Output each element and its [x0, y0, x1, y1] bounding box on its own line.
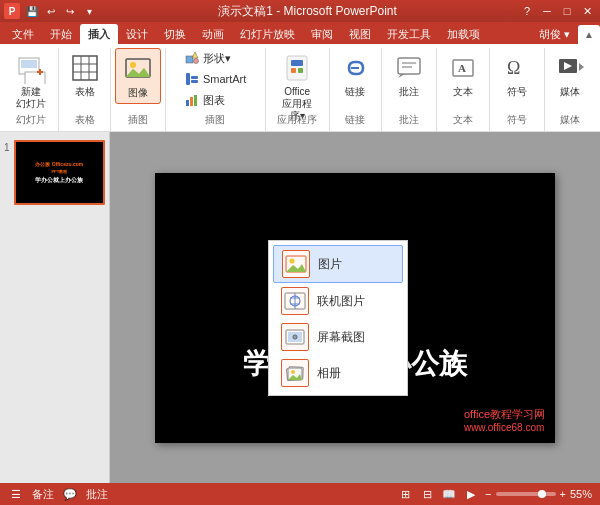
svg-rect-24: [291, 68, 296, 73]
more-qa-button[interactable]: ▾: [81, 3, 97, 19]
text-button[interactable]: A 文本: [441, 48, 485, 102]
slide-thumbnail-1[interactable]: 办公族 Officezu.com PPT教程 学办公就上办公族: [14, 140, 105, 205]
undo-qa-button[interactable]: ↩: [43, 3, 59, 19]
office-buttons: Office应用程序▾: [272, 48, 323, 142]
notes-icon[interactable]: ☰: [8, 486, 24, 502]
minimize-button[interactable]: ─: [538, 3, 556, 19]
zoom-slider[interactable]: [496, 492, 556, 496]
group-label-links: 链接: [330, 113, 381, 127]
link-button[interactable]: 链接: [333, 48, 377, 102]
smartart-label: SmartArt: [203, 73, 246, 85]
media-button[interactable]: 媒体: [548, 48, 592, 102]
reading-view-icon[interactable]: 📖: [441, 486, 457, 502]
tab-review[interactable]: 审阅: [303, 25, 341, 44]
zoom-level: 55%: [570, 488, 592, 500]
shapes-icon: [184, 50, 200, 66]
svg-text:Ω: Ω: [507, 58, 520, 78]
tab-developer[interactable]: 开发工具: [379, 25, 439, 44]
tab-insert[interactable]: 插入: [80, 24, 118, 44]
svg-marker-14: [192, 52, 198, 58]
tab-home[interactable]: 开始: [42, 25, 80, 44]
normal-view-icon[interactable]: ⊞: [397, 486, 413, 502]
main-area: 1 办公族 Officezu.com PPT教程 学办公就上办公族 办公族 Of…: [0, 132, 600, 483]
app-icon: P: [4, 3, 20, 19]
svg-rect-25: [298, 68, 303, 73]
maximize-button[interactable]: □: [558, 3, 576, 19]
shapes-button[interactable]: 形状▾: [180, 48, 250, 68]
group-label-symbols: 符号: [490, 113, 544, 127]
ribbon-group-newslide: 新建幻灯片 幻灯片: [4, 48, 59, 131]
ribbon-group-table: 表格 表格: [59, 48, 111, 131]
quick-access-toolbar: 💾 ↩ ↪ ▾: [24, 3, 97, 19]
tab-addins[interactable]: 加载项: [439, 25, 488, 44]
svg-rect-19: [186, 100, 189, 106]
svg-rect-21: [194, 95, 197, 106]
watermark-ppt: PPT教程: [320, 292, 390, 310]
group-label-shapes: 插图: [166, 113, 265, 127]
close-button[interactable]: ✕: [578, 3, 596, 19]
svg-rect-27: [398, 58, 420, 74]
ribbon-group-symbols: Ω 符号 符号: [490, 48, 545, 131]
tab-transitions[interactable]: 切换: [156, 25, 194, 44]
zoom-in-icon[interactable]: +: [560, 488, 566, 500]
ribbon-group-image: 图像 插图: [111, 48, 165, 131]
text-label: 文本: [453, 86, 473, 98]
image-label: 图像: [128, 87, 148, 99]
image-icon: [122, 53, 154, 85]
comments-label[interactable]: 批注: [86, 487, 108, 502]
symbol-icon: Ω: [501, 52, 533, 84]
zoom-out-icon[interactable]: −: [485, 488, 491, 500]
window-controls: ? ─ □ ✕: [518, 3, 596, 19]
new-slide-label: 新建幻灯片: [16, 86, 46, 110]
ribbon-content: 新建幻灯片 幻灯片 表格 表格: [0, 44, 600, 132]
svg-rect-23: [291, 60, 303, 66]
watermark-url: Officezu.com: [320, 278, 390, 292]
slide-link-text: office教程学习网: [464, 407, 545, 422]
group-label-media: 媒体: [545, 113, 596, 127]
group-label-comments: 批注: [382, 113, 436, 127]
chart-button[interactable]: 图表: [180, 90, 250, 110]
zoom-thumb[interactable]: [538, 490, 546, 498]
ribbon-group-comments: 批注 批注: [382, 48, 437, 131]
table-button[interactable]: 表格: [63, 48, 107, 102]
save-qa-button[interactable]: 💾: [24, 3, 40, 19]
redo-qa-button[interactable]: ↪: [62, 3, 78, 19]
slide-list: 1 办公族 Officezu.com PPT教程 学办公就上办公族: [4, 140, 105, 205]
tab-view[interactable]: 视图: [341, 25, 379, 44]
smartart-button[interactable]: SmartArt: [180, 69, 250, 89]
window-title: 演示文稿1 - Microsoft PowerPoint: [97, 3, 518, 20]
chart-label: 图表: [203, 93, 225, 108]
svg-rect-16: [186, 73, 190, 85]
svg-rect-5: [73, 56, 97, 80]
comments-icon[interactable]: 💬: [62, 486, 78, 502]
slide-number-1: 1: [4, 142, 10, 153]
svg-text:A: A: [458, 62, 466, 74]
slide-sorter-icon[interactable]: ⊟: [419, 486, 435, 502]
slide-bottom-link: office教程学习网 www.office68.com: [464, 407, 545, 433]
comment-button[interactable]: 批注: [387, 48, 431, 102]
svg-rect-22: [287, 56, 307, 80]
group-label-newslide: 幻灯片: [4, 113, 58, 127]
new-slide-button[interactable]: 新建幻灯片: [9, 48, 53, 114]
slide-area: 办公族 Officezu.com PPT教程 学办公就上办公族 office教程…: [110, 132, 600, 483]
tab-user[interactable]: 胡俊 ▾: [531, 25, 578, 44]
symbol-button[interactable]: Ω 符号: [495, 48, 539, 102]
notes-label[interactable]: 备注: [32, 487, 54, 502]
tab-file[interactable]: 文件: [4, 25, 42, 44]
tab-slideshow[interactable]: 幻灯片放映: [232, 25, 303, 44]
help-button[interactable]: ?: [518, 3, 536, 19]
ribbon-collapse-button[interactable]: ▲: [578, 25, 600, 44]
link-icon: [339, 52, 371, 84]
status-bar: ☰ 备注 💬 批注 ⊞ ⊟ 📖 ▶ − + 55%: [0, 483, 600, 505]
svg-rect-2: [25, 72, 45, 84]
slideshow-icon[interactable]: ▶: [463, 486, 479, 502]
smartart-icon: [184, 71, 200, 87]
tab-animations[interactable]: 动画: [194, 25, 232, 44]
group-label-office: 应用程序: [266, 113, 329, 127]
image-button[interactable]: 图像: [115, 48, 161, 104]
comment-label: 批注: [399, 86, 419, 98]
tab-design[interactable]: 设计: [118, 25, 156, 44]
title-bar-left: P 💾 ↩ ↪ ▾: [4, 3, 97, 19]
slide-canvas[interactable]: 办公族 Officezu.com PPT教程 学办公就上办公族 office教程…: [155, 173, 555, 443]
status-right: ⊞ ⊟ 📖 ▶ − + 55%: [397, 486, 592, 502]
